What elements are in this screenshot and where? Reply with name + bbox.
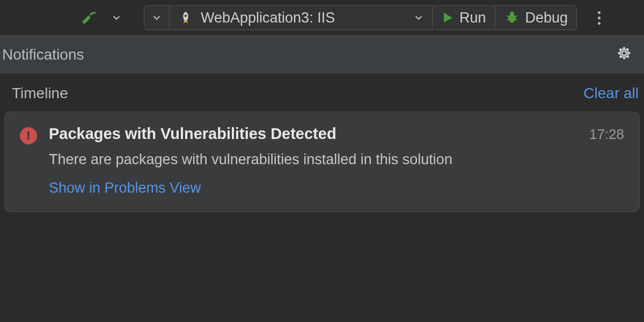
svg-line-3 xyxy=(507,16,509,17)
error-icon: ! xyxy=(20,127,37,144)
run-config-selector[interactable]: WebApplication3: IIS xyxy=(169,6,432,30)
main-toolbar: WebApplication3: IIS Run Debug xyxy=(0,0,644,35)
build-button[interactable] xyxy=(75,5,104,30)
svg-line-4 xyxy=(507,19,509,20)
toolbar-more-button[interactable] xyxy=(586,5,612,30)
bug-icon xyxy=(504,10,520,26)
run-button[interactable]: Run xyxy=(432,6,495,30)
play-icon xyxy=(441,11,454,24)
notifications-title: Notifications xyxy=(2,46,84,63)
run-config-label: WebApplication3: IIS xyxy=(201,10,408,26)
gear-icon xyxy=(616,45,632,61)
svg-point-0 xyxy=(185,14,187,17)
notification-message: There are packages with vulnerabilities … xyxy=(49,151,624,168)
notifications-settings-button[interactable] xyxy=(616,45,632,65)
chevron-down-icon xyxy=(414,13,423,23)
debug-button[interactable]: Debug xyxy=(495,6,577,30)
notification-time: 17:28 xyxy=(589,126,624,143)
timeline-label: Timeline xyxy=(12,85,68,102)
notification-body: Packages with Vulnerabilities Detected 1… xyxy=(49,125,624,196)
notification-title: Packages with Vulnerabilities Detected xyxy=(49,125,336,143)
notification-card[interactable]: ! Packages with Vulnerabilities Detected… xyxy=(4,112,640,212)
run-history-dropdown[interactable] xyxy=(144,6,169,30)
hammer-icon xyxy=(80,9,99,27)
rocket-icon xyxy=(178,10,193,25)
kebab-icon xyxy=(591,11,607,25)
notifications-header: Notifications xyxy=(0,35,644,74)
svg-line-6 xyxy=(515,19,517,20)
clear-all-link[interactable]: Clear all xyxy=(583,85,639,102)
svg-point-2 xyxy=(510,12,514,16)
build-dropdown[interactable] xyxy=(109,5,123,30)
svg-line-5 xyxy=(515,16,517,17)
notification-action-link[interactable]: Show in Problems View xyxy=(49,180,624,196)
run-label: Run xyxy=(459,10,486,26)
chevron-down-icon xyxy=(152,13,162,23)
run-config-group: WebApplication3: IIS Run Debug xyxy=(144,5,577,30)
debug-label: Debug xyxy=(525,10,568,26)
timeline-row: Timeline Clear all xyxy=(0,74,644,112)
chevron-down-icon xyxy=(112,13,121,23)
